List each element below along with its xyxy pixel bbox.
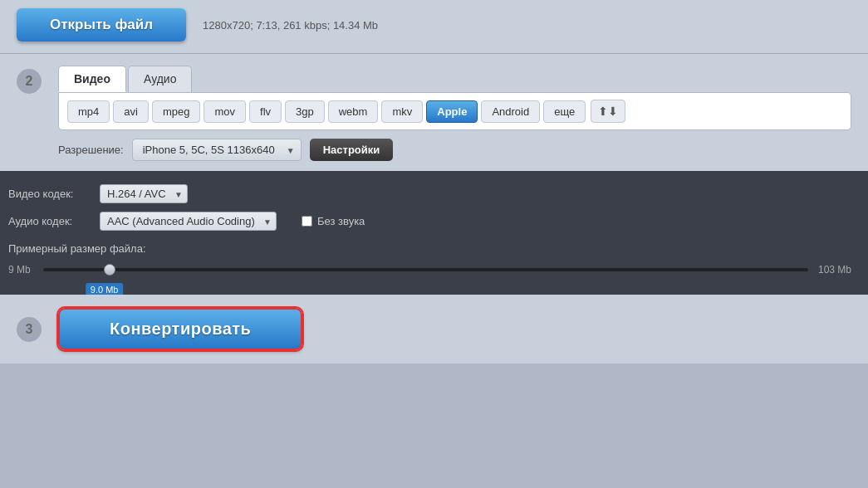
filesize-label: Примерный размер файла: [8,242,860,255]
main-container: Открыть файл 1280x720; 7:13, 261 kbps; 1… [0,0,868,364]
format-tab-avi[interactable]: avi [113,100,149,123]
format-tab-android[interactable]: Android [481,100,540,123]
format-tab-mp4[interactable]: mp4 [67,100,110,123]
no-audio-text: Без звука [317,215,365,227]
convert-button[interactable]: Конвертировать [58,308,302,350]
audio-codec-select[interactable]: AAC (Advanced Audio Coding) [100,212,277,231]
resolution-label: Разрешение: [58,144,124,156]
no-audio-checkbox[interactable] [302,216,312,227]
video-codec-label: Видео кодек: [8,188,91,200]
slider-wrapper: 9.0 Mb [43,261,808,278]
format-tab-apple[interactable]: Apple [426,100,478,123]
video-codec-select[interactable]: H.264 / AVC [100,184,188,203]
format-tab-mpeg[interactable]: mpeg [152,100,201,123]
slider-row: 9 Mb 9.0 Mb 103 Mb [8,261,860,278]
settings-panel: Видео кодек: H.264 / AVC Аудио кодек: AA… [0,171,868,295]
tab-video[interactable]: Видео [58,66,126,92]
slider-max-label: 103 Mb [818,264,860,276]
no-audio-label[interactable]: Без звука [302,215,365,227]
filesize-section: Примерный размер файла: 9 Mb 9.0 Mb 103 … [8,242,860,278]
audio-codec-wrapper: AAC (Advanced Audio Coding) [100,212,277,231]
resolution-row: Разрешение: iPhone 5, 5C, 5S 1136x640 На… [58,130,851,171]
format-tab-3gp[interactable]: 3gp [285,100,325,123]
format-tab-flv[interactable]: flv [249,100,282,123]
section-2-number: 2 [17,69,42,94]
format-tab-mkv[interactable]: mkv [381,100,423,123]
format-tab-webm[interactable]: webm [328,100,379,123]
resolution-select[interactable]: iPhone 5, 5C, 5S 1136x640 [132,139,302,161]
section-3: 3 Конвертировать [0,295,868,364]
slider-min-label: 9 Mb [8,264,33,276]
section-top: Открыть файл 1280x720; 7:13, 261 kbps; 1… [0,0,868,54]
section-2-content: Видео Аудио mp4 avi mpeg mov flv 3gp web… [58,66,851,171]
format-tabs-container: mp4 avi mpeg mov flv 3gp webm mkv Apple … [58,92,851,130]
file-info: 1280x720; 7:13, 261 kbps; 14.34 Mb [203,19,378,32]
section-2: 2 Видео Аудио mp4 avi mpeg mov flv 3gp w… [0,54,868,171]
resolution-wrapper: iPhone 5, 5C, 5S 1136x640 [132,139,302,161]
tab-audio[interactable]: Аудио [128,66,193,92]
video-codec-row: Видео кодек: H.264 / AVC [8,184,860,203]
video-codec-wrapper: H.264 / AVC [100,184,188,203]
audio-codec-row: Аудио кодек: AAC (Advanced Audio Coding)… [8,212,860,231]
filesize-slider[interactable] [43,268,808,271]
media-type-tabs: Видео Аудио [58,66,851,92]
format-tab-more[interactable]: еще [543,100,586,123]
settings-button[interactable]: Настройки [310,139,394,161]
format-more-arrow[interactable]: ⬆⬇ [591,100,625,123]
open-file-button[interactable]: Открыть файл [17,8,186,41]
audio-codec-label: Аудио кодек: [8,215,91,227]
format-tab-mov[interactable]: mov [204,100,246,123]
section-3-number: 3 [17,317,42,342]
